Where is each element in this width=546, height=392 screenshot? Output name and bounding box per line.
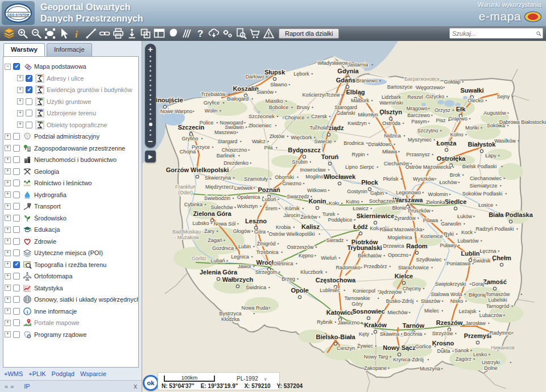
layer-checkbox[interactable] [26, 75, 32, 82]
print-icon[interactable] [111, 27, 125, 40]
zoom-in-button[interactable]: + [148, 45, 153, 54]
search-document-icon[interactable] [234, 27, 248, 40]
zoom-level-dot[interactable] [150, 70, 151, 72]
expander-toggle[interactable]: + [5, 250, 11, 256]
layer-checkbox[interactable] [13, 133, 20, 140]
layer-checkbox[interactable] [13, 145, 20, 152]
terms-link[interactable]: Warunki wykorzystania [478, 1, 541, 8]
zoom-level-dot[interactable] [149, 123, 152, 126]
cloud-download-icon[interactable] [207, 27, 221, 40]
help-icon[interactable]: ? [193, 27, 207, 40]
layer-checkbox[interactable] [13, 273, 20, 280]
download-point-icon[interactable] [125, 27, 139, 40]
measure-line-icon[interactable] [84, 27, 98, 40]
zoom-out-icon[interactable] [30, 27, 43, 40]
tab-warstwy[interactable]: Warstwy [3, 43, 45, 56]
map-viewport[interactable]: ŚwinoujścieSzczecinKoszalinSłupskGdyniaG… [142, 41, 546, 392]
layer-checkbox[interactable] [13, 191, 20, 198]
zoom-level-dot[interactable] [150, 94, 151, 96]
layer-checkbox[interactable] [13, 180, 20, 186]
layer-checkbox[interactable] [13, 156, 20, 163]
layer-label[interactable]: Statystyka [34, 285, 63, 291]
pager-arrows[interactable]: «» [5, 383, 16, 390]
expander-toggle[interactable]: + [5, 297, 11, 303]
info-icon[interactable]: i [71, 27, 84, 40]
expander-toggle[interactable]: + [5, 320, 11, 326]
layer-label[interactable]: Zagospodarowanie przestrzenne [34, 145, 125, 152]
zoom-level-dot[interactable] [150, 75, 151, 77]
expander-toggle[interactable]: + [5, 180, 11, 186]
expander-toggle[interactable]: + [17, 110, 23, 116]
zoom-level-dot[interactable] [150, 56, 151, 57]
layer-label[interactable]: Użyteczne miejsca (POI) [34, 249, 103, 256]
zoom-level-dot[interactable] [150, 85, 151, 86]
zoom-level-dot[interactable] [150, 118, 151, 120]
expander-toggle[interactable]: + [5, 145, 11, 151]
expander-toggle[interactable]: + [5, 308, 11, 314]
expander-toggle[interactable]: + [5, 215, 11, 221]
layer-checkbox[interactable] [13, 215, 20, 222]
layout-icon[interactable] [152, 27, 166, 40]
layer-label[interactable]: Programy rządowe [34, 331, 86, 338]
layer-checkbox[interactable] [13, 285, 20, 291]
expander-toggle[interactable]: + [17, 75, 23, 81]
pointer-icon[interactable] [57, 27, 71, 40]
layer-label[interactable]: Inne informacje [34, 308, 77, 315]
search-input[interactable] [450, 30, 536, 37]
layer-label[interactable]: Hydrografia [34, 191, 67, 198]
select-area-icon[interactable] [43, 27, 57, 40]
expander-toggle[interactable]: + [17, 87, 23, 93]
ip-link[interactable]: IP [24, 383, 30, 390]
close-sidebar-button[interactable]: x [134, 382, 137, 390]
expander-toggle[interactable]: + [17, 122, 23, 128]
zoom-level-dot[interactable] [150, 89, 151, 91]
expander-toggle[interactable]: + [5, 191, 11, 198]
layer-label[interactable]: Środowisko [34, 215, 67, 222]
expander-toggle[interactable]: + [5, 168, 11, 174]
search-icon[interactable] [536, 29, 541, 38]
copy-window-icon[interactable] [139, 27, 152, 40]
layer-label[interactable]: Użytki gruntowe [47, 98, 91, 105]
layer-checkbox[interactable] [26, 86, 32, 93]
region-shape-icon[interactable] [166, 27, 180, 40]
zoom-level-dot[interactable] [150, 65, 151, 67]
plik-link[interactable]: +PLIK [28, 370, 46, 377]
layer-label[interactable]: Ortofotomapa [34, 273, 72, 280]
wsparcie-link[interactable]: Wsparcie [80, 370, 106, 377]
layer-label[interactable]: Nieruchomości i budownictwo [34, 156, 117, 163]
layer-label[interactable]: Mapa podstawowa [34, 63, 86, 70]
layers-icon[interactable] [2, 27, 16, 40]
expander-toggle[interactable]: + [5, 238, 11, 244]
settings-icon[interactable] [221, 27, 234, 40]
expander-toggle[interactable]: + [5, 227, 11, 233]
layer-label[interactable]: Osnowy, siatki i układy współrzędnych [34, 296, 139, 303]
geo-system-logo[interactable]: GEO-SYSTEM [2, 1, 35, 25]
layer-checkbox[interactable] [13, 331, 20, 338]
link-icon[interactable] [98, 27, 111, 40]
layer-label[interactable]: Edukacja [34, 226, 60, 233]
crs-selector[interactable]: PL-1992∨ [237, 376, 267, 382]
wms-link[interactable]: +WMS [4, 370, 23, 377]
expander-toggle[interactable]: + [5, 134, 11, 140]
tab-informacje[interactable]: Informacje [47, 43, 92, 56]
expander-toggle[interactable]: + [5, 203, 11, 210]
zoom-level-dot[interactable] [150, 109, 151, 110]
layer-checkbox[interactable] [26, 110, 32, 116]
layer-checkbox[interactable] [13, 226, 20, 233]
layer-label[interactable]: Zdrowie [34, 238, 56, 245]
layer-checkbox[interactable] [13, 261, 20, 268]
zoom-level-dot[interactable] [150, 103, 151, 105]
expander-toggle[interactable]: + [5, 273, 11, 280]
layer-label[interactable]: Uzbrojenie terenu [47, 110, 96, 116]
layer-label[interactable]: Geologia [34, 168, 59, 175]
layer-label[interactable]: Adresy i ulice [47, 75, 84, 82]
report-parcel-button[interactable]: Raport dla działki [279, 28, 339, 39]
layer-checkbox[interactable] [26, 98, 32, 105]
layer-checkbox[interactable] [13, 308, 20, 315]
zoom-level-dot[interactable] [150, 134, 151, 136]
layer-label[interactable]: Topografia i rzeźba terenu [34, 261, 106, 268]
expander-toggle[interactable]: + [5, 331, 11, 337]
alert-icon[interactable] [262, 27, 275, 40]
zoom-in-icon[interactable] [16, 27, 30, 40]
podglad-link[interactable]: Podgląd [52, 370, 75, 377]
